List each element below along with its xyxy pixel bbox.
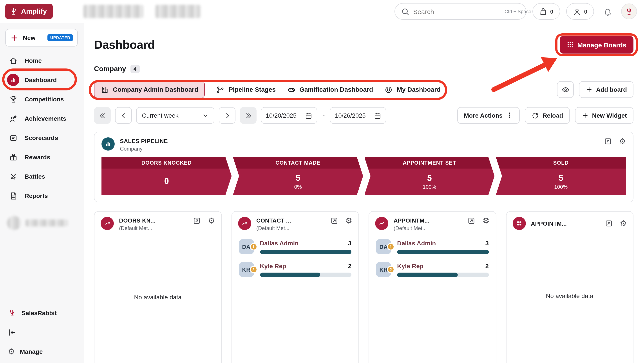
stage-label: SOLD [496,157,626,169]
main-content: Dashboard Manage Boards Company 4 [84,23,644,363]
manage-boards-button[interactable]: Manage Boards [560,36,634,53]
user-avatar[interactable] [621,3,637,19]
tab-pipeline-stages[interactable]: Pipeline Stages [216,81,276,98]
move-widget-icon[interactable] [604,137,612,145]
avatar-initials: KR [379,266,388,273]
collapse-sidebar-button[interactable] [8,327,75,338]
funnel-stage[interactable]: CONTACT MADE 5 0% [233,157,363,195]
sidebar-item-achievements[interactable]: Achievements [0,109,83,128]
sidebar-item-label: Competitions [24,96,64,103]
progress-fill [397,273,458,277]
new-widget-button[interactable]: New Widget [575,107,634,124]
bag-icon [539,7,547,15]
amplify-logo[interactable]: Amplify [5,4,52,19]
add-board-button[interactable]: Add board [579,81,634,98]
reload-button[interactable]: Reload [525,107,570,124]
redacted-user-avatar [7,216,21,230]
search-shortcut: Ctrl + Space [504,9,531,14]
rewards-counter-pill[interactable]: 0 [532,3,560,20]
widget-settings-icon[interactable]: ⚙ [208,217,215,225]
date-to-input[interactable]: 10/26/2025 [330,107,386,124]
previous-period-button[interactable] [115,107,132,124]
tab-label: Company Admin Dashboard [113,86,198,93]
sidebar-item-dashboard[interactable]: Dashboard [0,70,83,89]
group-label: Company [94,65,126,73]
chevron-right-icon [223,111,231,120]
stage-value: 5 [558,173,563,183]
trend-icon [375,217,388,230]
rank-badge: 1 [387,243,394,250]
rank-badge: 2 [250,266,257,273]
dashboard-chart-icon [7,74,19,86]
crossed-swords-icon [7,170,19,183]
leaderboard-row[interactable]: KR 2 Kyle Rep 2 [375,262,490,277]
new-button-label: New [23,34,36,41]
funnel-stage[interactable]: DOORS KNOCKED 0 [102,157,232,195]
move-widget-icon[interactable] [330,217,338,225]
redacted-workspace-name [83,5,143,18]
widget-subtitle: (Default Met... [256,225,291,231]
board-visibility-button[interactable] [557,81,574,98]
sidebar-item-battles[interactable]: Battles [0,167,83,186]
sidebar-item-home[interactable]: Home [0,51,83,70]
progress-track [397,273,489,277]
redacted-user-name [26,219,68,227]
more-actions-button[interactable]: More Actions ⋮ [457,107,520,124]
sidebar-item-label: Rewards [24,154,50,161]
funnel-stage[interactable]: APPOINTMENT SET 5 100% [364,157,495,195]
people-counter-pill[interactable]: 0 [566,3,594,20]
sidebar-item-reports[interactable]: Reports [0,186,83,205]
bell-icon [603,7,612,15]
widget-settings-icon[interactable]: ⚙ [482,217,490,225]
widget-doors-knocked: DOORS KN... (Default Met... ⚙ No availab… [94,211,222,363]
date-from-value: 10/20/2025 [266,112,296,119]
sidebar: New UPDATED Home Dashboard Com [0,23,84,363]
salesrabbit-brand-link[interactable]: SalesRabbit [8,308,75,318]
search-input[interactable] [413,8,500,15]
notifications-bell-button[interactable] [600,4,615,19]
sidebar-item-competitions[interactable]: Competitions [0,89,83,109]
sidebar-item-label: Home [24,57,42,64]
last-period-button[interactable] [240,107,256,124]
date-from-input[interactable]: 10/20/2025 [261,107,317,124]
widget-title: DOORS KN... [119,217,156,224]
rep-value: 3 [348,240,352,247]
plus-icon [10,33,18,42]
pipeline-funnel: DOORS KNOCKED 0 CONTACT MADE 5 0% [102,157,626,195]
manage-boards-label: Manage Boards [578,41,626,48]
sidebar-item-label: Battles [24,173,45,180]
period-select[interactable]: Current week [136,107,214,124]
global-search[interactable]: Ctrl + Space [394,3,526,20]
new-button[interactable]: New UPDATED [5,29,78,46]
first-period-button[interactable] [94,107,111,124]
reload-icon [532,112,539,119]
stage-label: APPOINTMENT SET [364,157,495,169]
avatar: KR 2 [376,262,391,277]
move-widget-icon[interactable] [193,217,201,225]
sidebar-item-rewards[interactable]: Rewards [0,147,83,167]
widget-contact-made: CONTACT ... (Default Met... ⚙ DA 1 [231,211,359,363]
leaderboard-row[interactable]: DA 1 Dallas Admin 3 [375,239,490,254]
tab-my-dashboard[interactable]: My Dashboard [384,81,440,98]
manage-link[interactable]: ⚙ Manage [8,346,75,357]
widget-settings-icon[interactable]: ⚙ [619,137,626,145]
updated-badge: UPDATED [48,34,73,41]
funnel-stage[interactable]: SOLD 5 100% [496,157,626,195]
leaderboard-row[interactable]: KR 2 Kyle Rep 2 [238,262,352,277]
widget-settings-icon[interactable]: ⚙ [620,219,627,227]
stage-percent: 100% [423,184,436,190]
next-period-button[interactable] [219,107,236,124]
pipeline-subtitle: Company [120,146,168,152]
sidebar-item-scorecards[interactable]: Scorecards [0,128,83,147]
home-icon [7,54,19,67]
avatar-initials: DA [379,243,388,250]
more-actions-label: More Actions [464,112,502,119]
tab-gamification-dashboard[interactable]: Gamification Dashboard [287,81,373,98]
move-widget-icon[interactable] [468,217,476,225]
leaderboard-row[interactable]: DA 1 Dallas Admin 3 [238,239,352,254]
move-widget-icon[interactable] [605,219,613,227]
widget-settings-icon[interactable]: ⚙ [345,217,352,225]
progress-track [397,250,489,254]
tab-company-admin-dashboard[interactable]: Company Admin Dashboard [94,81,205,98]
reload-label: Reload [542,112,563,119]
